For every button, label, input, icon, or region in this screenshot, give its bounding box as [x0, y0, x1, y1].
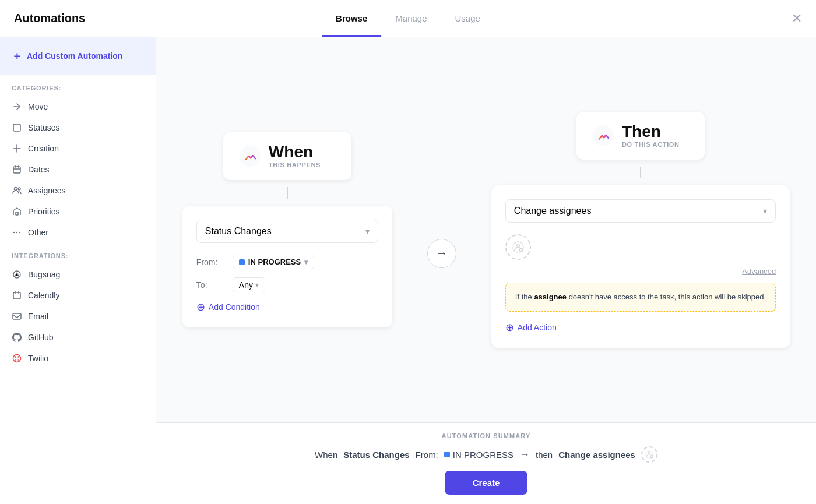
from-chevron-icon: ▾: [304, 258, 308, 266]
sidebar-item-priorities[interactable]: Priorities: [0, 201, 156, 222]
summary-from: From:: [416, 450, 438, 460]
chevron-down-icon: ▾: [365, 227, 370, 236]
summary-bar: AUTOMATION SUMMARY When Status Changes F…: [156, 422, 816, 504]
svg-rect-17: [13, 313, 21, 319]
action-select[interactable]: Change assignees ▾: [505, 199, 776, 223]
svg-point-24: [593, 125, 614, 146]
when-config-card: Status Changes ▾ From: IN PROGRESS ▾: [182, 206, 392, 327]
sidebar-item-dates[interactable]: Dates: [0, 159, 156, 180]
sidebar-item-github-label: GitHub: [28, 333, 54, 342]
svg-rect-9: [16, 212, 18, 215]
when-card-header: When THIS HAPPENS: [223, 132, 351, 180]
tab-browse[interactable]: Browse: [322, 2, 381, 37]
add-action-button[interactable]: ⊕ Add Action: [505, 321, 776, 334]
warning-box: If the assignee doesn't have access to t…: [505, 283, 776, 312]
add-custom-automation-button[interactable]: ＋ Add Custom Automation: [0, 37, 156, 75]
add-condition-label: Add Condition: [209, 302, 260, 312]
summary-content: When Status Changes From: IN PROGRESS → …: [180, 446, 793, 463]
summary-status-value-group: IN PROGRESS: [444, 450, 513, 460]
plus-circle-action-icon: ⊕: [505, 321, 514, 334]
close-button[interactable]: ✕: [792, 12, 802, 25]
trigger-select[interactable]: Status Changes ▾: [196, 220, 378, 243]
sidebar-item-creation-label: Creation: [28, 144, 59, 153]
sidebar-item-bugsnag-label: Bugsnag: [28, 270, 60, 279]
connector-line-2: [640, 167, 641, 178]
sidebar-item-email-label: Email: [28, 312, 48, 321]
sidebar-item-move[interactable]: Move: [0, 96, 156, 117]
to-chevron-icon: ▾: [255, 281, 259, 289]
clickup-logo-when: [240, 146, 261, 167]
trigger-select-label: Status Changes: [205, 226, 272, 237]
sidebar-item-assignees-label: Assignees: [28, 186, 66, 195]
sidebar: ＋ Add Custom Automation CATEGORIES: Move…: [0, 37, 156, 504]
add-condition-button[interactable]: ⊕ Add Condition: [196, 301, 378, 313]
summary-arrow-icon: →: [519, 449, 530, 461]
svg-rect-14: [13, 292, 20, 299]
sidebar-item-github[interactable]: GitHub: [0, 327, 156, 348]
categories-label: CATEGORIES:: [0, 75, 156, 96]
statuses-icon: [12, 122, 22, 133]
svg-point-23: [240, 146, 261, 167]
sidebar-item-statuses-label: Statuses: [28, 123, 59, 132]
summary-assignee-icon: [641, 446, 657, 463]
then-title: Then: [622, 124, 680, 140]
sidebar-item-dates-label: Dates: [28, 165, 50, 174]
from-field-row: From: IN PROGRESS ▾: [196, 255, 378, 269]
sidebar-item-creation[interactable]: Creation: [0, 138, 156, 159]
summary-status-changes: Status Changes: [343, 450, 409, 460]
then-subtitle: DO THIS ACTION: [622, 141, 680, 148]
sidebar-item-twilio[interactable]: Twilio: [0, 348, 156, 369]
main-content: When THIS HAPPENS Status Changes ▾ From:: [156, 37, 816, 504]
github-icon: [12, 332, 22, 343]
svg-point-12: [19, 232, 20, 233]
bugsnag-icon: [12, 269, 22, 280]
create-button[interactable]: Create: [445, 471, 528, 495]
move-icon: [12, 101, 22, 112]
to-any-badge[interactable]: Any ▾: [233, 277, 265, 292]
action-select-label: Change assignees: [514, 206, 592, 216]
svg-point-7: [15, 188, 17, 191]
warning-text-suffix: doesn't have access to the task, this ac…: [567, 292, 766, 301]
twilio-icon: [12, 353, 22, 364]
sidebar-item-statuses[interactable]: Statuses: [0, 117, 156, 138]
from-status-value: IN PROGRESS: [248, 258, 301, 266]
svg-point-11: [13, 232, 15, 233]
tab-manage[interactable]: Manage: [381, 2, 441, 37]
svg-point-26: [516, 244, 519, 247]
sidebar-item-twilio-label: Twilio: [28, 354, 48, 363]
sidebar-item-priorities-label: Priorities: [28, 207, 59, 216]
sidebar-item-move-label: Move: [28, 102, 48, 111]
then-section: Then DO THIS ACTION Change assignees ▾: [491, 112, 790, 348]
flow-arrow: →: [427, 239, 456, 268]
app-title: Automations: [14, 12, 85, 25]
svg-point-20: [17, 356, 19, 357]
summary-label: AUTOMATION SUMMARY: [180, 432, 793, 439]
svg-rect-3: [13, 167, 20, 173]
connector-line-1: [287, 187, 288, 199]
advanced-link[interactable]: Advanced: [505, 267, 776, 276]
to-field-row: To: Any ▾: [196, 277, 378, 292]
assignee-add-button[interactable]: [505, 234, 531, 260]
sidebar-item-other[interactable]: Other: [0, 222, 156, 243]
sidebar-item-bugsnag[interactable]: Bugsnag: [0, 264, 156, 285]
summary-status-text: IN PROGRESS: [453, 450, 513, 460]
sidebar-item-email[interactable]: Email: [0, 306, 156, 327]
clickup-logo-then: [593, 125, 614, 146]
create-button-row: Create: [180, 471, 793, 495]
warning-assignee-bold: assignee: [534, 292, 567, 301]
arrow-right-icon: →: [436, 246, 448, 260]
when-section: When THIS HAPPENS Status Changes ▾ From:: [182, 132, 392, 327]
when-title: When: [269, 144, 321, 160]
tab-usage[interactable]: Usage: [441, 2, 494, 37]
when-card-text: When THIS HAPPENS: [269, 144, 321, 168]
svg-point-21: [15, 359, 16, 360]
sidebar-item-assignees[interactable]: Assignees: [0, 180, 156, 201]
summary-when: When: [315, 450, 337, 460]
svg-point-19: [15, 356, 16, 357]
svg-point-22: [17, 359, 19, 360]
warning-text-prefix: If the: [515, 292, 534, 301]
svg-point-10: [16, 232, 17, 233]
from-status-badge[interactable]: IN PROGRESS ▾: [233, 255, 314, 269]
sidebar-item-calendly[interactable]: Calendly: [0, 285, 156, 306]
header-tabs: Browse Manage Usage: [322, 1, 494, 36]
